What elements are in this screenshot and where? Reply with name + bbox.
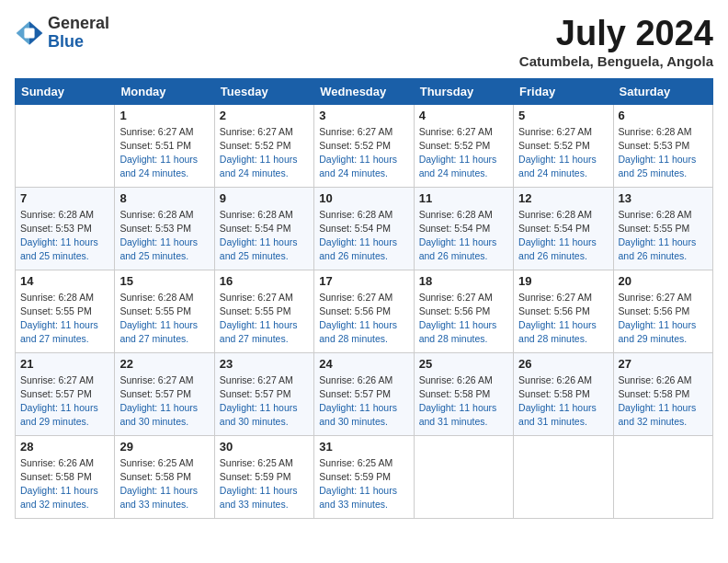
header-day-thursday: Thursday: [414, 78, 513, 104]
calendar-cell: 21Sunrise: 6:27 AMSunset: 5:57 PMDayligh…: [16, 352, 115, 435]
calendar-cell: 15Sunrise: 6:28 AMSunset: 5:55 PMDayligh…: [115, 270, 214, 352]
sunrise-text: Sunrise: 6:27 AM: [518, 292, 592, 303]
day-sun-info: Sunrise: 6:26 AMSunset: 5:57 PMDaylight:…: [319, 373, 408, 430]
month-title: July 2024: [519, 15, 713, 53]
daylight-text: Daylight: 11 hours and 28 minutes.: [518, 319, 597, 344]
sunset-text: Sunset: 5:59 PM: [319, 471, 391, 482]
day-number: 7: [20, 191, 109, 205]
day-number: 26: [518, 357, 608, 371]
day-number: 14: [20, 274, 109, 288]
sunset-text: Sunset: 5:58 PM: [419, 388, 491, 399]
sunrise-text: Sunrise: 6:27 AM: [319, 292, 392, 303]
day-number: 11: [419, 191, 508, 205]
day-sun-info: Sunrise: 6:28 AMSunset: 5:53 PMDaylight:…: [119, 208, 209, 264]
calendar-cell: 19Sunrise: 6:27 AMSunset: 5:56 PMDayligh…: [514, 270, 613, 352]
daylight-text: Daylight: 11 hours and 32 minutes.: [619, 402, 697, 427]
day-number: 1: [119, 109, 209, 122]
day-sun-info: Sunrise: 6:27 AMSunset: 5:52 PMDaylight:…: [319, 125, 408, 181]
sunrise-text: Sunrise: 6:27 AM: [419, 292, 493, 303]
day-sun-info: Sunrise: 6:27 AMSunset: 5:52 PMDaylight:…: [518, 125, 608, 181]
day-number: 30: [220, 440, 309, 454]
calendar-cell: [414, 435, 513, 518]
day-sun-info: Sunrise: 6:26 AMSunset: 5:58 PMDaylight:…: [619, 373, 708, 430]
daylight-text: Daylight: 11 hours and 28 minutes.: [319, 319, 397, 344]
sunset-text: Sunset: 5:56 PM: [319, 305, 391, 316]
sunset-text: Sunset: 5:54 PM: [220, 223, 291, 234]
day-number: 4: [419, 109, 508, 122]
sunrise-text: Sunrise: 6:28 AM: [518, 209, 592, 220]
sunrise-text: Sunrise: 6:27 AM: [220, 126, 293, 137]
header-day-saturday: Saturday: [613, 78, 712, 104]
sunrise-text: Sunrise: 6:26 AM: [419, 374, 493, 385]
calendar-cell: 13Sunrise: 6:28 AMSunset: 5:55 PMDayligh…: [613, 187, 712, 270]
day-sun-info: Sunrise: 6:26 AMSunset: 5:58 PMDaylight:…: [419, 373, 508, 430]
calendar-cell: 4Sunrise: 6:27 AMSunset: 5:52 PMDaylight…: [414, 104, 513, 187]
title-block: July 2024 Catumbela, Benguela, Angola: [519, 15, 713, 69]
daylight-text: Daylight: 11 hours and 31 minutes.: [518, 402, 597, 427]
calendar-cell: 11Sunrise: 6:28 AMSunset: 5:54 PMDayligh…: [414, 187, 513, 270]
day-number: 24: [319, 357, 408, 371]
sunset-text: Sunset: 5:57 PM: [119, 388, 191, 399]
daylight-text: Daylight: 11 hours and 32 minutes.: [20, 485, 98, 510]
calendar-cell: 6Sunrise: 6:28 AMSunset: 5:53 PMDaylight…: [613, 104, 712, 187]
daylight-text: Daylight: 11 hours and 29 minutes.: [20, 402, 98, 427]
day-sun-info: Sunrise: 6:27 AMSunset: 5:57 PMDaylight:…: [220, 373, 309, 430]
page-header: General Blue July 2024 Catumbela, Bengue…: [15, 15, 713, 69]
daylight-text: Daylight: 11 hours and 24 minutes.: [119, 154, 198, 178]
sunset-text: Sunset: 5:58 PM: [20, 471, 92, 482]
day-sun-info: Sunrise: 6:27 AMSunset: 5:52 PMDaylight:…: [419, 125, 508, 181]
daylight-text: Daylight: 11 hours and 29 minutes.: [619, 319, 697, 344]
daylight-text: Daylight: 11 hours and 28 minutes.: [419, 319, 497, 344]
day-number: 6: [619, 109, 708, 122]
sunrise-text: Sunrise: 6:26 AM: [619, 374, 692, 385]
day-sun-info: Sunrise: 6:26 AMSunset: 5:58 PMDaylight:…: [20, 456, 109, 512]
daylight-text: Daylight: 11 hours and 27 minutes.: [220, 319, 298, 344]
day-number: 28: [20, 440, 109, 454]
daylight-text: Daylight: 11 hours and 25 minutes.: [20, 236, 98, 261]
day-number: 5: [518, 109, 608, 122]
daylight-text: Daylight: 11 hours and 27 minutes.: [20, 319, 98, 344]
day-sun-info: Sunrise: 6:27 AMSunset: 5:57 PMDaylight:…: [119, 373, 209, 430]
sunrise-text: Sunrise: 6:28 AM: [20, 209, 94, 220]
calendar-week-4: 28Sunrise: 6:26 AMSunset: 5:58 PMDayligh…: [16, 435, 713, 518]
daylight-text: Daylight: 11 hours and 26 minutes.: [518, 236, 597, 261]
daylight-text: Daylight: 11 hours and 25 minutes.: [220, 236, 298, 261]
calendar-table: SundayMondayTuesdayWednesdayThursdayFrid…: [15, 78, 713, 519]
header-day-tuesday: Tuesday: [214, 78, 313, 104]
day-number: 2: [220, 109, 309, 122]
daylight-text: Daylight: 11 hours and 26 minutes.: [419, 236, 497, 261]
location: Catumbela, Benguela, Angola: [519, 53, 713, 69]
daylight-text: Daylight: 11 hours and 30 minutes.: [220, 402, 298, 427]
logo-blue: Blue: [48, 33, 109, 52]
day-sun-info: Sunrise: 6:27 AMSunset: 5:57 PMDaylight:…: [20, 373, 109, 430]
daylight-text: Daylight: 11 hours and 33 minutes.: [319, 485, 397, 510]
header-day-friday: Friday: [514, 78, 613, 104]
sunrise-text: Sunrise: 6:25 AM: [119, 457, 193, 468]
sunrise-text: Sunrise: 6:27 AM: [220, 292, 293, 303]
calendar-cell: 10Sunrise: 6:28 AMSunset: 5:54 PMDayligh…: [314, 187, 414, 270]
sunrise-text: Sunrise: 6:28 AM: [619, 209, 692, 220]
day-number: 8: [119, 191, 209, 205]
sunrise-text: Sunrise: 6:26 AM: [20, 457, 94, 468]
day-number: 25: [419, 357, 508, 371]
sunset-text: Sunset: 5:57 PM: [220, 388, 291, 399]
daylight-text: Daylight: 11 hours and 24 minutes.: [419, 154, 497, 178]
calendar-cell: 24Sunrise: 6:26 AMSunset: 5:57 PMDayligh…: [314, 352, 414, 435]
sunrise-text: Sunrise: 6:28 AM: [619, 126, 692, 137]
sunrise-text: Sunrise: 6:25 AM: [319, 457, 392, 468]
sunset-text: Sunset: 5:57 PM: [319, 388, 391, 399]
day-number: 19: [518, 274, 608, 288]
sunset-text: Sunset: 5:58 PM: [119, 471, 191, 482]
sunset-text: Sunset: 5:53 PM: [20, 223, 92, 234]
sunset-text: Sunset: 5:58 PM: [518, 388, 590, 399]
header-day-sunday: Sunday: [16, 78, 115, 104]
calendar-cell: 25Sunrise: 6:26 AMSunset: 5:58 PMDayligh…: [414, 352, 513, 435]
calendar-cell: 3Sunrise: 6:27 AMSunset: 5:52 PMDaylight…: [314, 104, 414, 187]
calendar-cell: [514, 435, 613, 518]
sunset-text: Sunset: 5:52 PM: [518, 140, 590, 151]
daylight-text: Daylight: 11 hours and 26 minutes.: [619, 236, 697, 261]
logo-general: General: [48, 15, 109, 33]
day-sun-info: Sunrise: 6:26 AMSunset: 5:58 PMDaylight:…: [518, 373, 608, 430]
day-number: 22: [119, 357, 209, 371]
sunrise-text: Sunrise: 6:27 AM: [220, 374, 293, 385]
